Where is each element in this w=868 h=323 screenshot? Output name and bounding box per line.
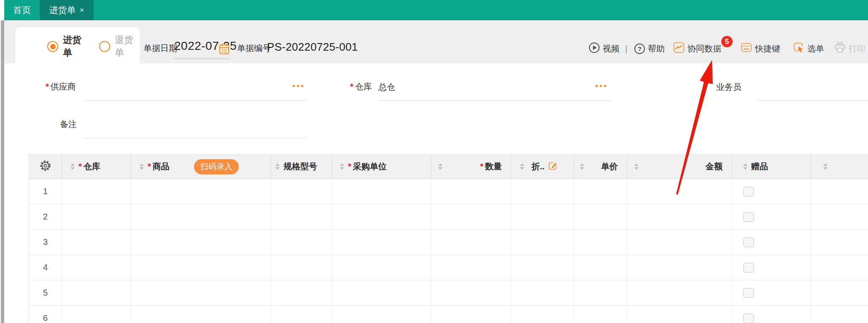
warehouse-value[interactable]: 总仓 — [378, 81, 395, 93]
cell-product[interactable] — [131, 179, 271, 204]
cell-warehouse[interactable] — [62, 306, 131, 323]
sort-icon[interactable] — [520, 163, 524, 170]
warehouse-ellipsis-icon[interactable] — [596, 83, 606, 89]
cell-product[interactable] — [131, 280, 271, 305]
cell-discount[interactable] — [511, 204, 574, 229]
cell-extra — [811, 255, 868, 280]
salesman-input[interactable] — [756, 100, 868, 101]
sort-icon[interactable] — [340, 163, 344, 170]
tab-home[interactable]: 首页 — [4, 0, 40, 20]
edit-icon[interactable] — [548, 161, 558, 173]
cell-qty[interactable] — [431, 280, 511, 305]
hotkeys-button[interactable]: 快捷键 — [741, 42, 780, 55]
cell-unit[interactable] — [332, 179, 431, 204]
cell-unit[interactable] — [332, 255, 431, 280]
radio-return-order[interactable]: 退货单 — [99, 34, 140, 59]
cell-price[interactable] — [574, 280, 628, 305]
keyboard-icon — [741, 42, 752, 55]
cell-warehouse[interactable] — [62, 179, 131, 204]
cell-qty[interactable] — [431, 230, 511, 255]
cell-amount[interactable] — [628, 179, 732, 204]
gift-checkbox[interactable] — [743, 237, 754, 247]
cell-amount[interactable] — [628, 255, 732, 280]
video-button[interactable]: 视频 — [589, 42, 620, 55]
cell-spec[interactable] — [271, 255, 332, 280]
cell-unit[interactable] — [332, 280, 431, 305]
supplier-ellipsis-icon[interactable] — [293, 83, 303, 89]
scan-entry-button[interactable]: 扫码录入 — [194, 159, 239, 174]
cell-amount[interactable] — [628, 230, 732, 255]
cell-qty[interactable] — [431, 255, 511, 280]
cell-price[interactable] — [574, 204, 628, 229]
radio-purchase-order[interactable]: 进货单 — [47, 34, 88, 59]
sort-icon[interactable] — [823, 163, 828, 170]
header-gift[interactable]: 赠品 — [732, 155, 811, 179]
cell-qty[interactable] — [431, 179, 511, 204]
cell-product[interactable] — [131, 306, 271, 323]
gift-checkbox[interactable] — [743, 288, 754, 298]
cell-warehouse[interactable] — [62, 204, 131, 229]
sort-icon[interactable] — [140, 163, 144, 170]
cell-unit[interactable] — [332, 306, 431, 323]
header-product[interactable]: * 商品 扫码录入 — [131, 155, 271, 179]
tab-purchase-order[interactable]: 进货单 × — [40, 0, 94, 20]
cell-warehouse[interactable] — [62, 255, 131, 280]
cell-price[interactable] — [574, 230, 628, 255]
cell-discount[interactable] — [511, 306, 574, 323]
cell-price[interactable] — [574, 179, 628, 204]
cell-product[interactable] — [131, 230, 271, 255]
cell-discount[interactable] — [511, 280, 574, 305]
cell-spec[interactable] — [271, 204, 332, 229]
column-settings[interactable] — [29, 155, 62, 179]
cell-product[interactable] — [131, 204, 271, 229]
tab-close-icon[interactable]: × — [80, 6, 84, 15]
header-qty[interactable]: *数量 — [431, 155, 511, 179]
cell-spec[interactable] — [271, 306, 332, 323]
cell-discount[interactable] — [511, 179, 574, 204]
cell-price[interactable] — [574, 306, 628, 323]
sort-icon[interactable] — [438, 163, 442, 170]
cell-warehouse[interactable] — [62, 230, 131, 255]
cell-amount[interactable] — [628, 204, 732, 229]
sort-icon[interactable] — [580, 163, 584, 170]
sort-icon[interactable] — [275, 163, 280, 170]
gift-checkbox[interactable] — [743, 263, 754, 273]
cell-spec[interactable] — [271, 280, 332, 305]
cell-spec[interactable] — [271, 230, 332, 255]
left-scrollbar[interactable] — [1, 20, 4, 323]
header-unit[interactable]: * 采购单位 — [332, 155, 431, 179]
radio-selected-icon — [47, 41, 58, 52]
header-amount[interactable]: 金额 — [628, 155, 732, 179]
cell-unit[interactable] — [332, 204, 431, 229]
warehouse-input[interactable] — [378, 100, 613, 101]
header-warehouse[interactable]: * 仓库 — [62, 155, 131, 179]
cell-product[interactable] — [131, 255, 271, 280]
cell-spec[interactable] — [271, 179, 332, 204]
calendar-icon[interactable] — [219, 43, 229, 57]
gift-checkbox[interactable] — [743, 187, 754, 197]
collab-data-button[interactable]: 协同数据 — [673, 42, 721, 55]
sort-icon[interactable] — [634, 163, 639, 170]
pick-order-label: 选单 — [807, 43, 824, 54]
cell-discount[interactable] — [511, 230, 574, 255]
gift-checkbox[interactable] — [743, 313, 754, 323]
cell-qty[interactable] — [431, 204, 511, 229]
cell-price[interactable] — [574, 255, 628, 280]
header-extra[interactable] — [811, 155, 868, 179]
cell-warehouse[interactable] — [62, 280, 131, 305]
sort-icon[interactable] — [70, 163, 75, 170]
remark-input[interactable] — [83, 138, 307, 138]
supplier-input[interactable] — [83, 100, 307, 101]
help-button[interactable]: ? 帮助 — [634, 42, 665, 55]
cell-discount[interactable] — [511, 255, 574, 280]
gift-checkbox[interactable] — [743, 212, 754, 222]
header-price[interactable]: 单价 — [574, 155, 628, 179]
cell-unit[interactable] — [332, 230, 431, 255]
pick-order-button[interactable]: 选单 — [793, 42, 824, 55]
sort-icon[interactable] — [743, 163, 747, 170]
header-spec[interactable]: 规格型号 — [271, 155, 332, 179]
cell-qty[interactable] — [431, 306, 511, 323]
cell-amount[interactable] — [628, 280, 732, 305]
header-discount[interactable]: 折.. — [511, 155, 574, 179]
cell-amount[interactable] — [628, 306, 732, 323]
